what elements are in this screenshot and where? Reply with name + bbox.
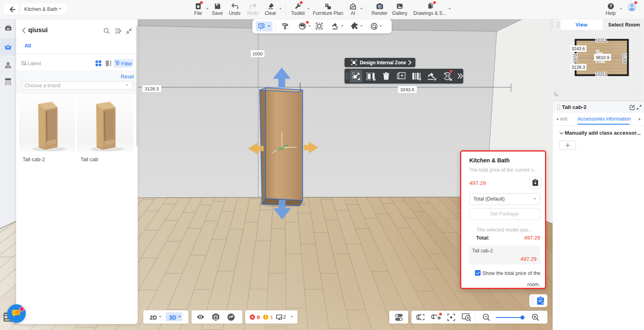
svg-text:3243.6: 3243.6 xyxy=(572,46,585,51)
svg-text:9810.9: 9810.9 xyxy=(596,55,609,60)
svg-text:6972: 6972 xyxy=(622,53,627,63)
svg-text:1000: 1000 xyxy=(252,51,263,56)
svg-text:6972: 6972 xyxy=(573,53,578,63)
svg-text:10311: 10311 xyxy=(596,72,607,76)
svg-text:3128.3: 3128.3 xyxy=(144,86,159,91)
svg-text:?: ? xyxy=(609,4,612,8)
svg-text:3243.6: 3243.6 xyxy=(400,87,414,92)
svg-text:3128.3: 3128.3 xyxy=(572,65,585,70)
svg-text:10311: 10311 xyxy=(596,38,607,43)
svg-text:U...: U... xyxy=(596,50,603,54)
